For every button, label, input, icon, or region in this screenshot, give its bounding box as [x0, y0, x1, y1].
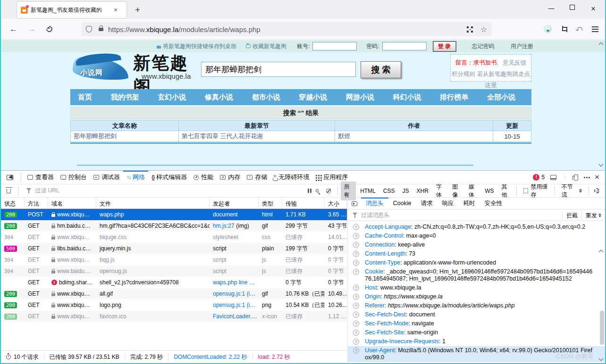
back-button[interactable]: ← [9, 25, 17, 34]
detail-tab-Cookie[interactable]: Cookie [388, 198, 416, 210]
devtools-tab-性能[interactable]: 性能 [190, 171, 217, 184]
network-request-row[interactable]: 200GEThm.baidu.c…hm.gif?hca=8C43C6F2C3EA… [1, 220, 347, 232]
screenshot-crop-icon[interactable] [561, 26, 567, 32]
stopwatch-icon[interactable] [6, 355, 11, 359]
bookmark-star-icon[interactable]: ☆ [480, 25, 487, 34]
disable-cache-label[interactable]: 禁用缓存 [530, 183, 552, 199]
devtools-close-icon[interactable]: × [595, 174, 599, 181]
header-help-icon[interactable]: ? [353, 330, 359, 336]
header-help-icon[interactable]: ? [353, 233, 359, 239]
initiator-link[interactable]: FaviconLoader.… [213, 313, 257, 320]
request-header-row[interactable]: ?Accept-Language: zh-CN,zh;q=0.8,zh-TW;q… [348, 223, 605, 232]
password-input[interactable] [382, 42, 427, 50]
nav-item-3[interactable]: 玄幻小说 [158, 93, 186, 102]
notice-red-text[interactable]: 留言：求书加书 [455, 59, 497, 66]
nav-item-5[interactable]: 都市小说 [252, 93, 280, 102]
forward-button[interactable]: → [28, 25, 36, 34]
account-input[interactable] [312, 42, 357, 50]
detail-tab-安全性[interactable]: 安全性 [480, 198, 507, 210]
request-header-row[interactable]: ?Sec-Fetch-Dest: document [348, 310, 605, 319]
header-help-icon[interactable]: ? [353, 260, 359, 266]
notice-gray-text[interactable]: 、意见反馈 [497, 59, 527, 66]
header-help-icon[interactable]: ? [353, 294, 359, 300]
tracking-protection-shield-icon[interactable] [86, 26, 92, 33]
devtools-tab-控制台[interactable]: ›_控制台 [57, 171, 90, 184]
request-filter-XHR[interactable]: XHR [413, 186, 432, 196]
responsive-design-icon[interactable] [574, 174, 578, 181]
filter-url-input[interactable]: 过滤 URL [35, 187, 299, 195]
page-scroll-down-icon[interactable] [599, 162, 604, 167]
request-header-row[interactable]: ?Connection: keep-alive [348, 240, 605, 249]
search-requests-icon[interactable] [316, 189, 319, 192]
expand-panel-icon[interactable] [352, 201, 357, 206]
save-shortcut-link[interactable]: 将新笔趣阁快捷键保存到桌面 [157, 42, 236, 50]
devtools-tab-查看器[interactable]: 查看器 [24, 171, 57, 184]
header-help-icon[interactable]: ? [353, 321, 359, 327]
request-filter-JS[interactable]: JS [399, 186, 412, 196]
resend-button[interactable]: 重发 [581, 212, 605, 219]
reload-button[interactable] [45, 25, 53, 33]
request-header-row[interactable]: ?Upgrade-Insecure-Requests: 1 [348, 337, 605, 346]
devtools-tab-内存[interactable]: ≣内存 [217, 171, 244, 184]
initiator-link[interactable]: waps.php line … [213, 279, 255, 286]
clear-requests-icon[interactable] [7, 189, 11, 193]
browser-tab[interactable]: 新笔趣阁_书友最值得收藏的 × [17, 2, 126, 18]
initiator-link[interactable]: opensug.js:1 (i… [213, 290, 255, 297]
request-header-row[interactable]: ?Host: www.xbiquge.la [348, 283, 605, 292]
net-column-8[interactable]: 大小 [325, 198, 347, 208]
header-help-icon[interactable]: ? [353, 251, 359, 257]
headers-filter-input[interactable]: 过滤消息头 [361, 211, 389, 219]
split-console-icon[interactable] [550, 175, 556, 180]
pause-icon[interactable] [308, 189, 309, 193]
header-help-icon[interactable]: ? [353, 347, 359, 354]
bookmark-site-link[interactable]: 收藏新笔趣阁 [246, 42, 286, 50]
notice-line2[interactable]: 积分规则 若从新笔趣阁跳走点这里 [451, 68, 531, 91]
tab-close-icon[interactable]: × [114, 7, 118, 13]
header-help-icon[interactable]: ? [353, 339, 359, 345]
block-requests-icon[interactable] [326, 189, 330, 193]
hamburger-menu-icon[interactable] [592, 26, 598, 27]
request-filter-WS[interactable]: WS [481, 186, 497, 196]
network-request-row[interactable]: 304GETwww.xbiqu…biquge.cssstylesheetcss已… [1, 232, 347, 243]
net-column-3[interactable]: 域名 [48, 198, 96, 208]
nav-item-8[interactable]: 科幻小说 [393, 93, 421, 102]
header-help-icon[interactable]: ? [353, 224, 359, 230]
nav-item-7[interactable]: 网游小说 [346, 93, 374, 102]
request-filter-CSS[interactable]: CSS [380, 186, 398, 196]
network-request-row[interactable]: 200POSTwww.xbiqu…waps.phpdocumenthtml1.7… [1, 209, 347, 220]
request-header-row[interactable]: ?Content-Type: application/x-www-form-ur… [348, 258, 605, 267]
network-request-row[interactable]: 200GETwww.xbiqu…logo.pngopensug.js:1 (i…… [1, 299, 347, 311]
nav-item-6[interactable]: 穿越小说 [299, 93, 327, 102]
initiator-link[interactable]: hm.js:27 [213, 223, 234, 229]
initiator-link[interactable]: opensug.js:1 (i… [213, 302, 255, 308]
window-close-button[interactable]: × [590, 5, 597, 13]
devtools-tab-样式编辑器[interactable]: {}样式编辑器 [148, 171, 190, 184]
headers-scrollbar-thumb[interactable] [600, 311, 604, 345]
nav-item-1[interactable]: 首页 [78, 93, 92, 102]
devtools-tab-存储[interactable]: =存储 [244, 171, 270, 184]
undo-arrow-icon[interactable] [576, 26, 583, 32]
net-column-7[interactable]: 传输 [282, 198, 325, 208]
devtools-tab-调试器[interactable]: ▸调试器 [90, 171, 123, 184]
header-help-icon[interactable]: ? [353, 285, 359, 291]
window-maximize-button[interactable] [570, 5, 575, 10]
url-text[interactable]: https://www.xbiquge.la/modules/article/w… [108, 25, 261, 33]
request-header-row[interactable]: ?Cache-Control: max-age=0 [348, 232, 605, 240]
search-button[interactable]: 搜 索 [361, 61, 401, 78]
nav-item-2[interactable]: 我的书架 [111, 93, 139, 102]
latest-chapter-link[interactable]: 第七百零四章 三代人花开花谢 [178, 131, 335, 142]
nav-item-10[interactable]: 全部小说 [487, 93, 515, 102]
network-request-row[interactable]: 304GETwww.baidu.…opensug.jsscriptjs已缓存0 … [1, 265, 347, 277]
detail-tab-请求[interactable]: 请求 [416, 198, 437, 210]
detail-tab-消息头[interactable]: 消息头 [361, 198, 388, 210]
net-column-6[interactable]: 类型 [259, 198, 282, 208]
header-help-icon[interactable]: ? [353, 312, 359, 318]
register-link[interactable]: 用户注册 [511, 42, 533, 50]
request-filter-HTML[interactable]: HTML [357, 186, 379, 196]
forgot-password-link[interactable]: 忘记密码 [472, 42, 495, 50]
book-name-link[interactable]: 那年那蝉那把剑 [71, 131, 179, 142]
net-column-2[interactable]: 方法 [25, 198, 48, 208]
network-request-row[interactable]: 500GETlibs.baidu.c…jquery.min.jsscriptpl… [1, 243, 347, 254]
detail-tab-响应[interactable]: 响应 [437, 198, 458, 210]
pick-element-icon[interactable] [7, 175, 13, 180]
